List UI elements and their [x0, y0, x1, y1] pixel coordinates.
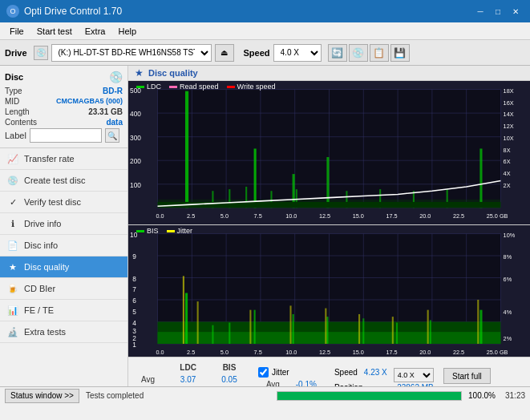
- nav-extra-tests[interactable]: 🔬 Extra tests: [0, 321, 127, 343]
- svg-rect-90: [479, 310, 482, 344]
- save-button[interactable]: 💾: [390, 44, 410, 62]
- svg-rect-80: [158, 333, 501, 345]
- svg-text:25.0 GB: 25.0 GB: [487, 212, 508, 220]
- close-button[interactable]: ✕: [508, 5, 524, 18]
- svg-text:100: 100: [130, 181, 141, 189]
- menu-extra[interactable]: Extra: [79, 25, 112, 38]
- write-speed-legend-dot: [227, 86, 235, 88]
- status-window-button[interactable]: Status window >>: [5, 389, 79, 403]
- menu-help[interactable]: Help: [111, 25, 143, 38]
- chart-title: Disc quality: [148, 68, 198, 78]
- disc-info-icon: 📄: [6, 239, 19, 252]
- svg-text:15.0: 15.0: [353, 349, 364, 356]
- nav-transfer-rate[interactable]: 📈 Transfer rate: [0, 148, 127, 170]
- nav-cd-bier[interactable]: 🍺 CD BIer: [0, 278, 127, 300]
- svg-text:1: 1: [132, 341, 136, 349]
- drive-info-icon: ℹ: [6, 217, 19, 230]
- svg-text:7.5: 7.5: [254, 349, 262, 356]
- svg-text:4X: 4X: [504, 170, 511, 177]
- svg-text:300: 300: [130, 134, 141, 142]
- speed-select[interactable]: 4.0 X: [273, 44, 322, 62]
- svg-text:9: 9: [132, 253, 136, 261]
- avg-label: Avg: [135, 374, 164, 385]
- status-bar: Status window >> Tests completed 100.0% …: [0, 386, 530, 404]
- nav-drive-info[interactable]: ℹ Drive info: [0, 213, 127, 235]
- svg-rect-20: [185, 91, 188, 208]
- write-speed-legend: Write speed: [227, 83, 276, 91]
- svg-text:2X: 2X: [504, 182, 511, 189]
- bis-legend-dot: [136, 230, 144, 232]
- drive-bar: Drive 💿 (K:) HL-DT-ST BD-RE WH16NS58 TST…: [0, 40, 530, 66]
- nav-verify-test-disc[interactable]: ✓ Verify test disc: [0, 192, 127, 213]
- bottom-chart-legend: BIS Jitter: [136, 227, 192, 235]
- svg-text:6%: 6%: [504, 276, 512, 283]
- speed-label: Speed: [334, 368, 358, 382]
- nav-extra-tests-label: Extra tests: [24, 327, 66, 337]
- svg-text:22.5: 22.5: [453, 212, 464, 220]
- svg-text:8X: 8X: [504, 147, 511, 154]
- bis-header: BIS: [212, 362, 247, 373]
- menu-start-test[interactable]: Start test: [30, 25, 79, 38]
- jitter-avg-label: Avg: [260, 379, 288, 386]
- title-bar: O Opti Drive Control 1.70 ─ □ ✕: [0, 0, 530, 22]
- speed-value: 4.23 X: [364, 368, 387, 382]
- label-input[interactable]: [30, 128, 102, 143]
- nav-items: 📈 Transfer rate 💿 Create test disc ✓ Ver…: [0, 148, 127, 343]
- svg-text:5.0: 5.0: [220, 212, 229, 220]
- svg-text:10.0: 10.0: [285, 349, 297, 356]
- svg-text:5: 5: [132, 308, 136, 316]
- speed-label: Speed: [244, 48, 270, 58]
- mid-label: MID: [5, 97, 19, 106]
- svg-rect-96: [358, 314, 360, 344]
- copy-button[interactable]: 📋: [370, 44, 389, 62]
- svg-text:2%: 2%: [504, 335, 512, 342]
- svg-text:17.5: 17.5: [386, 212, 397, 220]
- nav-fe-te[interactable]: 📊 FE / TE: [0, 300, 127, 321]
- label-search-button[interactable]: 🔍: [105, 128, 119, 143]
- menu-file[interactable]: File: [3, 25, 30, 38]
- svg-rect-91: [183, 277, 184, 345]
- minimize-button[interactable]: ─: [472, 5, 488, 18]
- svg-rect-33: [479, 148, 482, 208]
- svg-text:0.0: 0.0: [156, 212, 164, 220]
- app-title: Opti Drive Control 1.70: [24, 6, 122, 17]
- eject-button[interactable]: ⏏: [215, 44, 234, 62]
- nav-create-test-disc[interactable]: 💿 Create test disc: [0, 170, 127, 192]
- svg-rect-87: [362, 319, 364, 345]
- sidebar: Disc 💿 Type BD-R MID CMCMAGBA5 (000) Len…: [0, 66, 128, 386]
- jitter-checkbox-row: Jitter: [258, 367, 325, 378]
- svg-text:20.0: 20.0: [419, 349, 431, 356]
- maximize-button[interactable]: □: [490, 5, 506, 18]
- disc-button[interactable]: 💿: [349, 44, 368, 62]
- verify-test-disc-icon: ✓: [6, 196, 19, 208]
- svg-text:7.5: 7.5: [254, 212, 262, 220]
- bis-legend-label: BIS: [147, 227, 159, 235]
- refresh-button[interactable]: 🔄: [328, 44, 347, 62]
- nav-disc-info[interactable]: 📄 Disc info: [0, 235, 127, 256]
- jitter-checkbox[interactable]: [258, 367, 269, 378]
- svg-rect-81: [185, 293, 188, 344]
- chart-header: ★ Disc quality: [128, 66, 530, 81]
- svg-text:6: 6: [132, 297, 136, 305]
- svg-rect-98: [427, 310, 429, 344]
- avg-bis: 0.05: [212, 374, 247, 385]
- svg-rect-82: [254, 310, 256, 344]
- disc-section-icon: 💿: [109, 71, 123, 83]
- svg-text:15.0: 15.0: [353, 212, 364, 220]
- svg-text:10%: 10%: [504, 232, 516, 239]
- drive-select[interactable]: (K:) HL-DT-ST BD-RE WH16NS58 TST4: [51, 44, 212, 62]
- svg-text:4%: 4%: [504, 309, 512, 316]
- svg-text:0.0: 0.0: [156, 349, 164, 356]
- svg-text:16X: 16X: [504, 99, 514, 107]
- svg-text:18X: 18X: [504, 87, 514, 95]
- jitter-section: Jitter Avg -0.1% Max 0.0%: [258, 367, 325, 386]
- read-speed-legend: Read speed: [169, 83, 219, 91]
- svg-text:12.5: 12.5: [319, 349, 330, 356]
- svg-text:8%: 8%: [504, 254, 512, 261]
- svg-rect-86: [229, 323, 230, 344]
- svg-text:12.5: 12.5: [319, 212, 330, 220]
- speed-selector[interactable]: 4.0 X: [394, 368, 434, 382]
- nav-disc-quality[interactable]: ★ Disc quality: [0, 256, 127, 278]
- type-label: Type: [5, 87, 22, 95]
- start-full-button[interactable]: Start full: [443, 368, 491, 384]
